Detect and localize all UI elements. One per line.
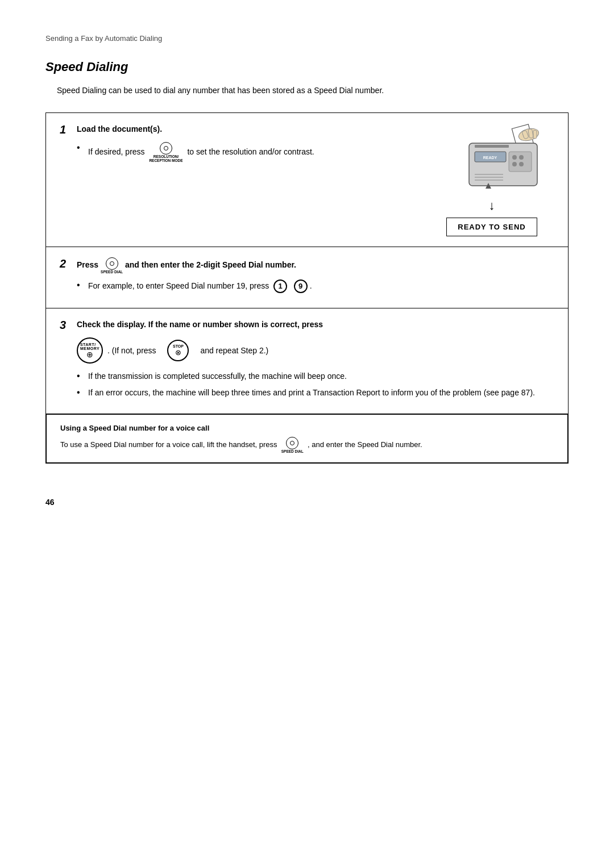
step3-bullet1: If the transmission is completed success… xyxy=(88,370,347,382)
bullet-dot-3a: • xyxy=(77,370,85,382)
svg-point-13 xyxy=(512,162,517,166)
page-title: Speed Dialing xyxy=(45,60,569,74)
step-1-number: 1 xyxy=(60,123,72,136)
breadcrumb: Sending a Fax by Automatic Dialing xyxy=(45,34,569,43)
bullet-dot-1: • xyxy=(77,142,85,154)
step3-sub-text2: and repeat Step 2.) xyxy=(200,346,268,355)
step-2-title: Press SPEED DIAL and then enter the 2-di… xyxy=(77,257,296,274)
svg-point-14 xyxy=(519,162,524,166)
svg-point-11 xyxy=(512,155,517,160)
stop-button[interactable]: STOP ⊗ xyxy=(167,340,189,361)
bullet-dot-3b: • xyxy=(77,387,85,399)
svg-point-20 xyxy=(291,441,294,445)
svg-rect-5 xyxy=(533,130,537,139)
step1-illustration: READY ↓ READY xyxy=(429,123,554,236)
info-box-title: Using a Speed Dial number for a voice ca… xyxy=(60,424,554,432)
step2-bullet1: For example, to enter Speed Dial number … xyxy=(88,279,312,293)
step-3-number: 3 xyxy=(60,319,72,332)
fax-machine-svg: READY xyxy=(435,123,549,191)
svg-rect-7 xyxy=(475,145,509,148)
svg-point-0 xyxy=(164,147,168,151)
step3-sub-text: . (If not, press xyxy=(107,346,156,355)
info-box: Using a Speed Dial number for a voice ca… xyxy=(46,414,568,463)
speed-dial-button-infobox[interactable]: SPEED DIAL xyxy=(281,437,304,453)
step-2-section: 2 Press SPEED DIAL and then enter the 2-… xyxy=(46,247,568,308)
step-3-title: Check the display. If the name or number… xyxy=(77,319,323,331)
step3-bullet2: If an error occurs, the machine will bee… xyxy=(88,387,535,399)
step-1-title: Load the document(s). xyxy=(77,123,162,135)
resolution-button[interactable]: RESOLUTION/RECEPTION MODE xyxy=(149,142,182,162)
step-2-number: 2 xyxy=(60,257,72,270)
svg-point-12 xyxy=(519,155,524,160)
intro-text: Speed Dialing can be used to dial any nu… xyxy=(45,85,569,97)
svg-point-19 xyxy=(110,262,114,266)
speed-dial-button-step2[interactable]: SPEED DIAL xyxy=(101,257,123,274)
page-number: 46 xyxy=(45,498,569,507)
down-arrow: ↓ xyxy=(489,198,495,213)
main-instruction-box: 1 Load the document(s). • If desired, pr… xyxy=(45,112,569,464)
step3-button-row: START/MEMORY ⊕ . (If not, press STOP ⊗ a… xyxy=(77,337,554,364)
ready-to-send-display: READY TO SEND xyxy=(446,218,537,236)
start-memory-button[interactable]: START/MEMORY ⊕ xyxy=(77,337,103,364)
step-1-section: 1 Load the document(s). • If desired, pr… xyxy=(46,113,568,247)
number-9-button[interactable]: 9 xyxy=(294,279,308,293)
number-1-button[interactable]: 1 xyxy=(273,279,287,293)
step1-bullet1-text: If desired, press RESOLUTION/RECEPTION M… xyxy=(88,142,314,162)
step-3-section: 3 Check the display. If the name or numb… xyxy=(46,308,568,414)
bullet-dot-2: • xyxy=(77,279,85,291)
svg-rect-10 xyxy=(509,152,532,172)
svg-text:READY: READY xyxy=(483,156,497,160)
info-box-text: To use a Speed Dial number for a voice c… xyxy=(60,437,554,453)
